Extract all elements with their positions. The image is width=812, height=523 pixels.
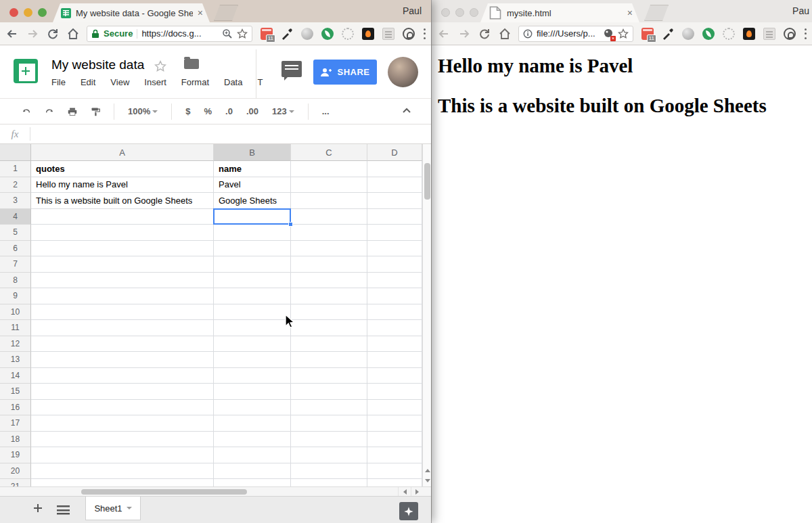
collapse-toolbar-icon[interactable] <box>401 106 412 116</box>
zoom-magnifier-icon[interactable] <box>222 28 233 39</box>
redo-icon[interactable] <box>38 103 61 120</box>
cell-A5[interactable] <box>31 225 214 241</box>
undo-icon[interactable] <box>15 103 38 120</box>
row-header-21[interactable]: 21 <box>0 479 31 486</box>
cell-D13[interactable] <box>367 352 422 368</box>
bookmark-star-icon[interactable] <box>237 28 248 39</box>
increase-decimals-button[interactable]: .00 <box>240 103 265 120</box>
star-document-icon[interactable] <box>154 60 166 72</box>
cell-D12[interactable] <box>367 336 422 353</box>
cell-B4[interactable] <box>214 209 291 225</box>
url-text[interactable]: https://docs.g... <box>141 28 218 39</box>
cell-A8[interactable] <box>31 273 214 289</box>
sheet-menu-caret-icon[interactable] <box>127 507 132 512</box>
cell-B21[interactable] <box>214 479 291 486</box>
cell-B14[interactable] <box>214 368 291 384</box>
cell-A16[interactable] <box>31 400 214 416</box>
row-header-11[interactable]: 11 <box>0 320 31 336</box>
row-header-12[interactable]: 12 <box>0 336 31 353</box>
comments-button[interactable] <box>281 61 302 77</box>
cell-B8[interactable] <box>214 273 291 289</box>
url-text[interactable]: file:///Users/p... <box>537 28 599 39</box>
cell-B6[interactable] <box>214 241 291 257</box>
bookmark-star-icon[interactable] <box>618 28 629 39</box>
cell-A2[interactable]: Hello my name is Pavel <box>31 177 214 194</box>
forward-icon[interactable] <box>457 27 471 41</box>
sheet-tab-sheet1[interactable]: Sheet1 <box>85 497 141 520</box>
leaf-extension-icon[interactable] <box>321 28 334 40</box>
cell-C8[interactable] <box>291 273 367 289</box>
spiral-extension-icon[interactable] <box>784 28 796 40</box>
cell-D7[interactable] <box>367 256 422 273</box>
cell-D19[interactable] <box>367 447 422 463</box>
cell-D11[interactable] <box>367 320 422 336</box>
move-folder-icon[interactable] <box>184 59 199 69</box>
row-header-13[interactable]: 13 <box>0 352 31 368</box>
menu-file[interactable]: File <box>51 77 66 87</box>
scroll-left-button[interactable] <box>398 487 410 497</box>
home-icon[interactable] <box>498 27 512 41</box>
share-button[interactable]: SHARE <box>313 60 377 85</box>
cell-B3[interactable]: Google Sheets <box>214 193 291 209</box>
sheets-logo-icon[interactable] <box>14 59 38 83</box>
column-header-b[interactable]: B <box>214 144 291 161</box>
row-header-3[interactable]: 3 <box>0 193 31 209</box>
row-header-2[interactable]: 2 <box>0 177 31 194</box>
cell-B11[interactable] <box>214 320 291 336</box>
cell-A12[interactable] <box>31 336 214 353</box>
close-window-button[interactable] <box>9 8 18 17</box>
cell-A20[interactable] <box>31 463 214 480</box>
cell-D6[interactable] <box>367 241 422 257</box>
cell-A17[interactable] <box>31 415 214 432</box>
browser-menu-icon[interactable] <box>804 28 807 39</box>
cell-A6[interactable] <box>31 241 214 257</box>
row-header-8[interactable]: 8 <box>0 273 31 289</box>
menu-data[interactable]: Data <box>224 77 242 87</box>
cell-C1[interactable] <box>291 161 367 177</box>
dashed-circle-extension-icon[interactable] <box>723 28 735 40</box>
window-controls[interactable] <box>441 8 478 17</box>
cell-C7[interactable] <box>291 256 367 273</box>
zoom-window-button[interactable] <box>470 8 478 17</box>
minimize-window-button[interactable] <box>24 8 32 17</box>
row-header-5[interactable]: 5 <box>0 225 31 241</box>
info-icon[interactable] <box>523 29 533 39</box>
more-toolbar-button[interactable]: ... <box>315 103 336 120</box>
add-sheet-icon[interactable] <box>32 503 47 518</box>
spreadsheet-grid[interactable]: ABCD 1quotesname2Hello my name is PavelP… <box>0 144 422 486</box>
cell-A1[interactable]: quotes <box>31 161 214 177</box>
avatar[interactable] <box>388 57 418 87</box>
cell-A10[interactable] <box>31 304 214 321</box>
cell-B7[interactable] <box>214 256 291 273</box>
cell-A14[interactable] <box>31 368 214 384</box>
cell-C4[interactable] <box>291 209 367 225</box>
cell-C19[interactable] <box>291 447 367 463</box>
address-bar[interactable]: Secure https://docs.g... <box>87 26 252 42</box>
cell-B15[interactable] <box>214 384 291 400</box>
vertical-scrollbar[interactable] <box>422 144 431 486</box>
cell-B1[interactable]: name <box>214 161 291 177</box>
minimize-window-button[interactable] <box>455 8 464 17</box>
cell-B16[interactable] <box>214 400 291 416</box>
cell-C16[interactable] <box>291 400 367 416</box>
row-header-17[interactable]: 17 <box>0 415 31 432</box>
profile-name[interactable]: Paul <box>403 5 422 16</box>
cell-A19[interactable] <box>31 447 214 463</box>
row-header-10[interactable]: 10 <box>0 304 31 321</box>
browser-tab-sheets[interactable]: My website data - Google Shee × <box>53 3 210 22</box>
cell-D5[interactable] <box>367 225 422 241</box>
cell-D20[interactable] <box>367 463 422 480</box>
cell-A13[interactable] <box>31 352 214 368</box>
cell-D1[interactable] <box>367 161 422 177</box>
zoom-window-button[interactable] <box>38 8 47 17</box>
window-controls[interactable] <box>9 8 47 17</box>
sphere-extension-icon[interactable] <box>301 28 313 40</box>
menu-view[interactable]: View <box>110 77 129 87</box>
horizontal-scrollbar-thumb[interactable] <box>81 489 247 495</box>
notes-extension-icon[interactable] <box>763 28 775 40</box>
formula-input[interactable] <box>30 124 431 143</box>
cell-D2[interactable] <box>367 177 422 194</box>
spiral-extension-icon[interactable] <box>403 28 415 40</box>
menu-format[interactable]: Format <box>181 77 209 87</box>
zoom-select[interactable]: 100% <box>121 103 164 120</box>
